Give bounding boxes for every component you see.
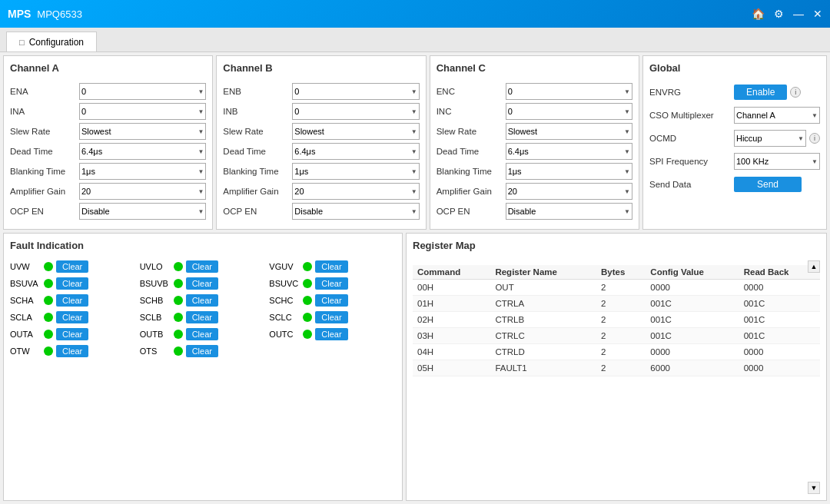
slew-b-select[interactable]: Slowest [292,123,419,140]
slew-c-select[interactable]: Slowest [506,123,632,140]
fault-dot-schb [174,296,183,305]
inc-select[interactable]: 0 [506,103,632,120]
fault-label-schc: SCHC [269,296,300,305]
clear-bsuvc-button[interactable]: Clear [315,277,347,290]
fault-item-sclc: SCLC Clear [269,311,396,323]
blank-c-select[interactable]: 1μs [506,163,632,180]
fault-label-bsuva: BSUVA [10,279,41,288]
ocp-b-select[interactable]: Disable [292,203,419,220]
global-label-cso: CSO Multiplexer [649,111,734,120]
fault-dot-ots [174,346,183,356]
clear-vguv-button[interactable]: Clear [315,260,347,273]
table-cell-readBack: 001C [739,312,820,328]
clear-sclb-button[interactable]: Clear [186,311,218,323]
logo: MPS [8,8,31,20]
table-cell-readBack: 001C [739,296,820,312]
field-row-dead-a: Dead Time 6.4μs [10,143,206,160]
envrg-info-icon[interactable]: i [790,87,801,98]
clear-scha-button[interactable]: Clear [56,294,88,307]
bottom-section: Fault Indication UVW Clear UVLO Clear VG… [3,233,827,501]
table-cell-bytes: 2 [596,312,646,328]
global-envrg-row: ENVRG Enable i [649,83,820,101]
blank-b-select[interactable]: 1μs [292,163,419,180]
fault-dot-uvw [44,262,53,271]
global-label-spi: SPI Frequency [649,157,734,166]
field-row-slew-c: Slew Rate Slowest [437,123,632,140]
ocmd-select[interactable]: Hiccup [734,130,806,147]
field-label-dead-c: Dead Time [437,147,506,156]
clear-bsuva-button[interactable]: Clear [56,277,88,290]
title-bar: MPS MPQ6533 🏠 ⚙ — ✕ [0,0,830,28]
field-row-ocp-c: OCP EN Disable [437,203,632,220]
envrg-enable-button[interactable]: Enable [734,85,787,100]
field-row-amp-a: Amplifier Gain 20 [10,183,206,200]
fault-label-sclb: SCLB [140,313,171,322]
scroll-down-button[interactable]: ▼ [808,482,820,494]
ina-select[interactable]: 0 [79,103,206,120]
field-row-slew-b: Slew Rate Slowest [223,123,419,140]
clear-sclc-button[interactable]: Clear [315,311,347,323]
ocp-c-select[interactable]: Disable [506,203,632,220]
enc-select[interactable]: 0 [506,83,632,100]
field-row-ena: ENA 0 [10,83,206,100]
channel-a-panel: Channel A ENA 0 INA 0 Slew Rate Slowest [3,55,213,230]
clear-outa-button[interactable]: Clear [56,328,88,340]
field-row-inb: INB 0 [223,103,419,120]
blank-a-select[interactable]: 1μs [79,163,206,180]
cso-select[interactable]: Channel A [734,107,820,124]
tab-configuration[interactable]: □ Configuration [6,32,97,51]
fault-item-scla: SCLA Clear [10,311,137,323]
fault-item-bsuvc: BSUVC Clear [269,277,396,290]
clear-uvw-button[interactable]: Clear [56,260,88,273]
close-button[interactable]: ✕ [813,8,822,20]
table-cell-name: CTRLC [490,328,596,344]
amp-a-select[interactable]: 20 [79,183,206,200]
clear-otw-button[interactable]: Clear [56,345,88,357]
field-label-blank-a: Blanking Time [10,167,79,176]
send-button[interactable]: Send [734,177,802,192]
table-cell-command: 03H [413,328,490,344]
clear-bsuvb-button[interactable]: Clear [186,277,218,290]
dead-c-select[interactable]: 6.4μs [506,143,632,160]
clear-outb-button[interactable]: Clear [186,328,218,340]
field-label-enb: ENB [223,87,292,96]
table-cell-readBack: 0000 [739,280,820,296]
field-row-amp-c: Amplifier Gain 20 [437,183,632,200]
clear-schc-button[interactable]: Clear [315,294,347,307]
clear-uvlo-button[interactable]: Clear [186,260,218,273]
field-label-slew-c: Slew Rate [437,127,506,136]
minimize-button[interactable]: — [793,8,804,20]
field-row-dead-c: Dead Time 6.4μs [437,143,632,160]
home-button[interactable]: 🏠 [752,8,765,20]
amp-b-select[interactable]: 20 [292,183,419,200]
global-cso-row: CSO Multiplexer Channel A [649,106,820,124]
spi-select[interactable]: 100 KHz [734,153,820,170]
dead-a-select[interactable]: 6.4μs [79,143,206,160]
enb-select[interactable]: 0 [292,83,419,100]
fault-item-bsuva: BSUVA Clear [10,277,137,290]
fault-dot-outa [44,330,53,339]
fault-label-uvw: UVW [10,262,41,271]
clear-outc-button[interactable]: Clear [315,328,347,340]
field-label-ocp-a: OCP EN [10,207,79,216]
field-label-ocp-b: OCP EN [223,207,292,216]
clear-scla-button[interactable]: Clear [56,311,88,323]
ocmd-info-icon[interactable]: i [809,133,820,144]
blank-a-wrapper: 1μs [79,163,206,180]
app-name: MPQ6533 [37,8,82,20]
scroll-up-button[interactable]: ▲ [808,260,820,273]
ocp-a-select[interactable]: Disable [79,203,206,220]
settings-button[interactable]: ⚙ [774,8,784,20]
fault-item-outa: OUTA Clear [10,328,137,340]
inb-select[interactable]: 0 [292,103,419,120]
slew-b-wrapper: Slowest [292,123,419,140]
slew-a-select[interactable]: Slowest [79,123,206,140]
table-cell-bytes: 2 [596,280,646,296]
global-label-ocmd: OCMD [649,134,734,143]
clear-ots-button[interactable]: Clear [186,345,218,357]
amp-c-select[interactable]: 20 [506,183,632,200]
channel-a-title: Channel A [10,62,206,77]
ena-select[interactable]: 0 [79,83,206,100]
dead-b-select[interactable]: 6.4μs [292,143,419,160]
clear-schb-button[interactable]: Clear [186,294,218,307]
